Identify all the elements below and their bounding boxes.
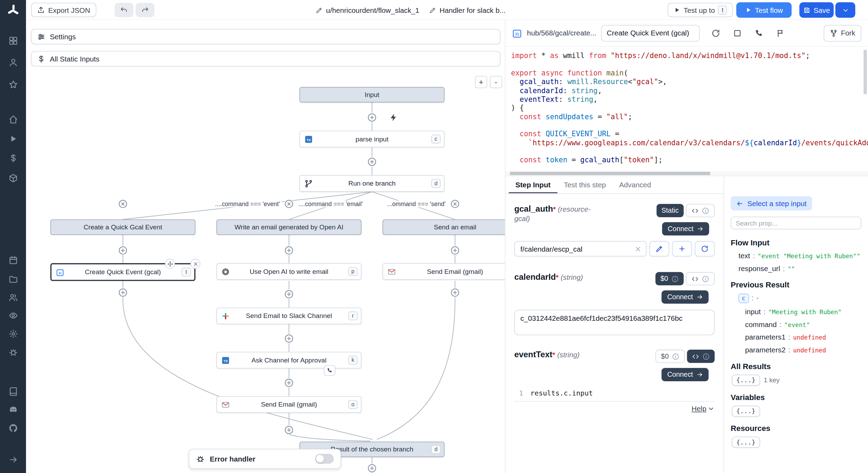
resources-chip[interactable]: {...} [732, 437, 760, 448]
test-up-to-button[interactable]: Test up to t [668, 3, 733, 17]
calendarid-value-input[interactable]: c_0312442e881ae6fcf1dec23f54916a389f1c17… [514, 310, 715, 335]
node-gmail-step-branch2[interactable]: Send Email (gmail) o [216, 396, 361, 413]
expr-mode-toggle[interactable] [687, 350, 715, 363]
export-json-button[interactable]: Export JSON [31, 3, 96, 17]
save-button[interactable]: Save [799, 2, 834, 18]
groups-icon[interactable] [8, 293, 18, 302]
prop-row[interactable]: input:"Meeting with Ruben" [731, 305, 861, 318]
clear-icon[interactable] [634, 245, 642, 253]
move-step-handle[interactable] [165, 259, 175, 269]
trigger-bolt-icon[interactable] [389, 113, 398, 122]
home-icon[interactable] [8, 115, 18, 124]
edit-path-icon[interactable] [316, 6, 323, 14]
connect-button[interactable]: Connect [662, 290, 709, 303]
delete-step-button[interactable] [190, 259, 200, 269]
audit-logs-icon[interactable] [8, 311, 18, 320]
undo-button[interactable] [115, 3, 133, 17]
node-parse-input[interactable]: TS parse input c [300, 131, 445, 147]
node-input[interactable]: Input [300, 87, 445, 103]
insert-step-button[interactable] [284, 425, 294, 435]
insert-step-button[interactable] [284, 289, 294, 299]
previous-result-c-row[interactable]: c : - [731, 292, 861, 305]
prop-row[interactable]: parameters1:undefined [731, 331, 861, 344]
settings-icon[interactable] [8, 329, 18, 339]
insert-step-button[interactable] [367, 464, 377, 473]
all-results-chip[interactable]: {...} [732, 375, 760, 386]
redo-button[interactable] [136, 3, 155, 17]
tab-test-this-step[interactable]: Test this step [557, 176, 612, 193]
edit-resource-button[interactable] [649, 241, 669, 257]
prop-row[interactable]: response_url:"" [731, 262, 861, 275]
save-dropdown-button[interactable] [835, 2, 855, 18]
code-editor[interactable]: import * as wmill from "https://deno.lan… [506, 47, 868, 168]
insert-step-button[interactable] [118, 288, 127, 297]
expr-mode-toggle[interactable] [686, 204, 715, 217]
resources-icon[interactable] [8, 173, 18, 183]
static-mode-toggle[interactable]: Static [657, 204, 684, 217]
variables-icon[interactable] [8, 154, 18, 163]
flag-icon[interactable] [776, 28, 785, 38]
insert-step-button[interactable] [118, 246, 127, 255]
static-inputs-bar[interactable]: All Static Inputs [31, 51, 500, 67]
schedules-icon[interactable] [8, 255, 18, 265]
delete-branch-button[interactable] [118, 199, 127, 209]
step-name-input[interactable] [601, 25, 700, 41]
suspend-approval-icon[interactable] [754, 28, 763, 38]
node-branch3-header[interactable]: Send an email [383, 219, 506, 235]
node-branch2-header[interactable]: Write an email generated by Open AI [216, 219, 361, 235]
expr-mode-toggle[interactable] [686, 272, 715, 285]
connect-button[interactable]: Connect [662, 368, 709, 381]
error-handler-toggle[interactable] [315, 454, 334, 464]
zoom-out-button[interactable]: - [490, 76, 502, 88]
variables-chip[interactable]: {...} [732, 406, 760, 417]
runs-icon[interactable] [8, 134, 18, 144]
collapse-sidebar-icon[interactable] [8, 455, 18, 464]
test-flow-button[interactable]: Test flow [736, 2, 792, 18]
insert-step-button[interactable] [367, 157, 377, 166]
node-branch1-header[interactable]: Create a Quick Gcal Event [50, 219, 195, 235]
tab-advanced[interactable]: Advanced [612, 176, 658, 193]
prop-row[interactable]: parameters2:undefined [731, 344, 861, 357]
grid-icon[interactable] [8, 36, 18, 46]
horizontal-scrollbar[interactable] [506, 171, 868, 176]
insert-step-button[interactable] [367, 113, 377, 122]
help-link[interactable]: Help [692, 405, 707, 413]
star-icon[interactable] [8, 80, 18, 89]
delete-branch-button[interactable] [284, 199, 294, 209]
box-icon[interactable] [733, 28, 742, 38]
restart-icon[interactable] [711, 28, 720, 38]
error-handler-bar[interactable]: Error handler [189, 449, 341, 468]
resource-path-field[interactable] [514, 241, 646, 257]
node-run-one-branch[interactable]: Run one branch d [300, 175, 445, 192]
folders-icon[interactable] [8, 274, 18, 284]
vertical-scrollbar-thumb[interactable] [863, 50, 867, 94]
node-openai-step[interactable]: Use Open AI to write email p [216, 263, 361, 280]
prop-row[interactable]: command:"event" [731, 318, 861, 331]
zoom-in-button[interactable]: + [475, 76, 487, 88]
flow-canvas[interactable]: Settings All Static Inputs + - Input TS … [26, 20, 506, 473]
docs-icon[interactable] [8, 387, 18, 396]
select-step-input-button[interactable]: Select a step input [731, 196, 812, 210]
insert-step-button[interactable] [284, 334, 294, 343]
connect-button[interactable]: Connect [662, 222, 709, 235]
insert-step-button[interactable] [450, 288, 460, 297]
tab-step-input[interactable]: Step Input [509, 176, 557, 193]
github-icon[interactable] [8, 423, 18, 433]
horizontal-scrollbar-thumb[interactable] [510, 172, 710, 175]
expression-value[interactable]: results.c.input [530, 389, 593, 397]
static-mode-toggle[interactable]: $0 [656, 350, 685, 363]
node-slack-step[interactable]: Send Email to Slack Channel r [216, 308, 361, 324]
delete-branch-button[interactable] [450, 199, 460, 209]
static-mode-toggle[interactable]: $0 [656, 272, 684, 285]
fork-button[interactable]: Fork [824, 25, 861, 41]
resource-path-input[interactable] [519, 244, 631, 253]
refresh-resource-button[interactable] [695, 241, 715, 257]
edit-summary-icon[interactable] [429, 6, 436, 14]
step-c-badge[interactable]: c [738, 294, 749, 303]
prop-row[interactable]: text:"event "Meeting with Ruben"" [731, 249, 861, 262]
search-prop-input[interactable] [731, 217, 861, 229]
node-approval-step[interactable]: TS Ask Channel for Approval k [216, 352, 361, 368]
insert-step-button[interactable] [284, 378, 294, 388]
workers-icon[interactable] [8, 348, 18, 357]
insert-step-button[interactable] [450, 246, 460, 255]
